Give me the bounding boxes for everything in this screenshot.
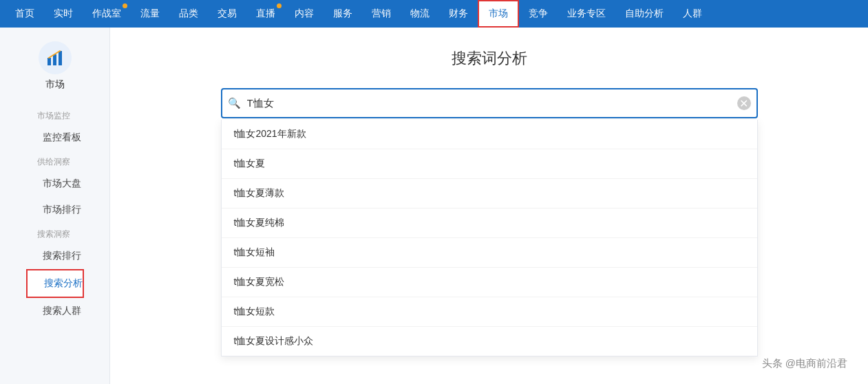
top-nav-item-财务[interactable]: 财务 xyxy=(439,0,478,28)
svg-rect-1 xyxy=(53,54,56,65)
top-nav-item-竞争[interactable]: 竞争 xyxy=(519,0,558,28)
top-nav-item-服务[interactable]: 服务 xyxy=(324,0,362,28)
svg-rect-2 xyxy=(59,51,62,65)
top-navigation: 首页实时作战室流量品类交易直播内容服务营销物流财务市场竞争业务专区自助分析人群 xyxy=(0,0,868,28)
sidebar-item-搜索排行[interactable]: 搜索排行 xyxy=(26,243,84,269)
search-clear-button[interactable]: ✕ xyxy=(737,96,751,110)
dropdown-item[interactable]: t恤女夏薄款 xyxy=(222,179,757,209)
sidebar-item-市场排行[interactable]: 市场排行 xyxy=(26,197,84,223)
search-box-wrapper: 🔍 ✕ t恤女2021年新款t恤女夏t恤女夏薄款t恤女夏纯棉t恤女短袖t恤女夏宽… xyxy=(221,88,758,118)
dropdown-item[interactable]: t恤女2021年新款 xyxy=(222,120,757,149)
page-title: 搜索词分析 xyxy=(138,48,840,69)
content-area: 搜索词分析 🔍 ✕ t恤女2021年新款t恤女夏t恤女夏薄款t恤女夏纯棉t恤女短… xyxy=(110,28,868,384)
search-dropdown: t恤女2021年新款t恤女夏t恤女夏薄款t恤女夏纯棉t恤女短袖t恤女夏宽松t恤女… xyxy=(221,120,758,356)
top-nav-item-流量[interactable]: 流量 xyxy=(131,0,169,28)
sidebar-item-监控看板[interactable]: 监控看板 xyxy=(26,125,84,151)
top-nav-item-业务专区[interactable]: 业务专区 xyxy=(558,0,615,28)
dropdown-item[interactable]: t恤女短袖 xyxy=(222,238,757,268)
sidebar-item-搜索分析[interactable]: 搜索分析 xyxy=(26,269,84,298)
top-nav-item-营销[interactable]: 营销 xyxy=(362,0,401,28)
dropdown-item[interactable]: t恤女短款 xyxy=(222,297,757,327)
top-nav-item-内容[interactable]: 内容 xyxy=(285,0,324,28)
top-nav-item-交易[interactable]: 交易 xyxy=(208,0,246,28)
sidebar-logo-area: 市场 xyxy=(39,41,72,91)
nav-dot xyxy=(277,3,282,8)
dropdown-list: t恤女2021年新款t恤女夏t恤女夏薄款t恤女夏纯棉t恤女短袖t恤女夏宽松t恤女… xyxy=(222,120,757,356)
top-nav-item-品类[interactable]: 品类 xyxy=(169,0,208,28)
sidebar-logo-label: 市场 xyxy=(45,78,65,91)
top-nav-item-直播[interactable]: 直播 xyxy=(246,0,285,28)
sidebar: 市场 市场监控监控看板供给洞察市场大盘市场排行搜索洞察搜索排行搜索分析搜索人群 xyxy=(0,28,110,384)
market-icon xyxy=(45,48,65,67)
main-layout: 市场 市场监控监控看板供给洞察市场大盘市场排行搜索洞察搜索排行搜索分析搜索人群 … xyxy=(0,28,868,384)
sidebar-section-label: 市场监控 xyxy=(26,105,84,125)
dropdown-item[interactable]: t恤女夏纯棉 xyxy=(222,209,757,238)
nav-dot xyxy=(123,3,127,8)
top-nav-item-首页[interactable]: 首页 xyxy=(6,0,44,28)
sidebar-item-市场大盘[interactable]: 市场大盘 xyxy=(26,171,84,197)
dropdown-item[interactable]: t恤女夏 xyxy=(222,149,757,179)
top-nav-item-自助分析[interactable]: 自助分析 xyxy=(615,0,673,28)
top-nav-item-市场[interactable]: 市场 xyxy=(478,0,519,28)
dropdown-item[interactable]: t恤女夏宽松 xyxy=(222,268,757,297)
sidebar-item-搜索人群[interactable]: 搜索人群 xyxy=(26,298,84,324)
search-input[interactable] xyxy=(221,88,758,118)
sidebar-section-label: 供给洞察 xyxy=(26,151,84,171)
top-nav-item-作战室[interactable]: 作战室 xyxy=(83,0,131,28)
top-nav-item-人群[interactable]: 人群 xyxy=(673,0,712,28)
sidebar-section-label: 搜索洞察 xyxy=(26,223,84,243)
market-icon-circle xyxy=(39,41,72,74)
watermark: 头条 @电商前沿君 xyxy=(762,357,847,370)
svg-rect-0 xyxy=(47,58,51,65)
sidebar-sections: 市场监控监控看板供给洞察市场大盘市场排行搜索洞察搜索排行搜索分析搜索人群 xyxy=(26,105,84,324)
top-nav-item-物流[interactable]: 物流 xyxy=(401,0,439,28)
dropdown-item[interactable]: t恤女夏设计感小众 xyxy=(222,327,757,356)
top-nav-item-实时[interactable]: 实时 xyxy=(44,0,83,28)
